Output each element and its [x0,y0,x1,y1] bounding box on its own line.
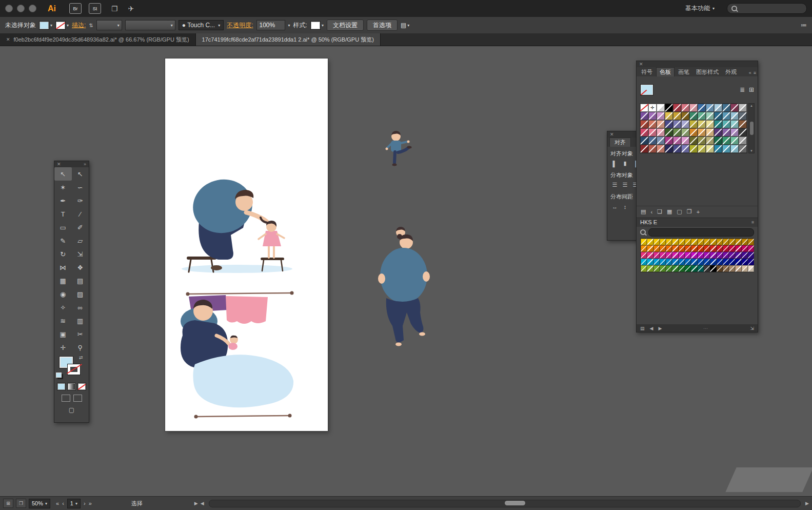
color-swatch[interactable] [653,245,660,252]
color-swatch[interactable] [698,104,706,112]
first-artboard-icon[interactable]: « [56,500,59,506]
screen-mode-button[interactable]: ▢ [54,406,89,414]
color-swatch[interactable] [647,259,653,265]
color-swatch[interactable] [648,136,657,145]
color-swatch[interactable] [730,112,739,120]
collapse-icon[interactable]: » [84,162,86,167]
scroll-down-icon[interactable]: ▼ [750,149,753,152]
color-swatch[interactable] [742,259,748,265]
gradient-tool[interactable]: ▨ [72,287,89,301]
stroke-swatch[interactable] [67,364,81,375]
rectangle-tool[interactable]: ▭ [54,221,72,234]
color-swatch[interactable] [640,112,648,120]
stroke-weight-link[interactable]: 描边: [72,21,86,30]
hks-library-header[interactable]: HKS E ≡ [637,218,758,227]
tab-symbols[interactable]: 符号 [638,68,656,76]
swatch-scrollbar[interactable]: ▲ ▼ [748,103,755,153]
color-swatch[interactable] [653,259,660,265]
none-button[interactable] [77,383,86,390]
color-swatch[interactable] [723,239,729,245]
color-swatch[interactable] [685,245,691,252]
drag-dots-icon[interactable]: ⋯ [667,326,745,331]
color-swatch[interactable] [685,252,691,259]
close-icon[interactable]: ✕ [610,132,614,137]
color-swatch[interactable] [730,104,739,112]
color-swatch[interactable] [679,259,685,265]
paintbrush-tool[interactable]: ✐ [72,221,89,234]
panel-menu-icon[interactable]: ≡ [754,70,756,75]
color-swatch[interactable] [648,120,657,128]
stroke-color-swatch[interactable] [55,21,66,30]
curvature-tool[interactable]: ✑ [72,194,89,207]
color-swatch[interactable] [681,120,689,128]
stroke-weight-stepper[interactable]: ⇅ [89,23,93,28]
color-swatch[interactable] [742,265,748,272]
grid-toggle-button[interactable]: ⊞ [3,499,13,508]
swatch-library-button[interactable]: ▢ [677,208,682,215]
tab-brushes[interactable]: 画笔 [675,68,692,76]
free-transform-tool[interactable]: ❖ [72,261,89,274]
color-swatch[interactable] [689,104,698,112]
color-swatch[interactable] [722,112,730,120]
width-tool[interactable]: ⋈ [54,261,72,274]
color-swatch[interactable] [730,128,739,136]
resize-icon[interactable]: ⇲ [750,326,754,331]
color-swatch[interactable] [685,265,691,272]
color-swatch[interactable] [660,245,666,252]
tab-appearance[interactable]: 外观 [722,68,740,76]
color-swatch[interactable] [704,259,710,265]
color-swatch[interactable] [722,145,730,153]
color-swatch[interactable] [640,145,648,153]
color-swatch[interactable] [714,112,722,120]
color-swatch[interactable] [685,239,691,245]
color-swatch[interactable] [739,145,747,153]
color-swatch[interactable] [706,104,714,112]
eyedropper-tool[interactable]: ✧ [54,301,72,314]
search-input[interactable] [727,3,807,14]
color-swatch[interactable] [665,120,673,128]
color-swatch[interactable] [735,259,741,265]
color-swatch[interactable] [666,245,672,252]
graphic-style-control[interactable]: ▾ [310,21,324,30]
color-swatch[interactable] [698,136,706,145]
color-swatch[interactable] [698,120,706,128]
bridge-icon[interactable]: Br [69,3,82,14]
color-swatch[interactable] [665,128,673,136]
color-swatch[interactable] [679,239,685,245]
color-swatch[interactable] [742,252,748,259]
color-swatch[interactable] [704,245,710,252]
direct-selection-tool[interactable]: ↖ [54,167,72,181]
close-icon[interactable]: ✕ [639,62,643,67]
color-swatch[interactable] [714,136,722,145]
gpu-performance-icon[interactable]: ✈ [128,5,134,13]
status-expand-icon[interactable]: ▶ [194,501,198,506]
scroll-up-icon[interactable]: ▲ [750,104,753,107]
color-swatch[interactable] [722,120,730,128]
color-swatch[interactable] [710,239,716,245]
artboard-tool[interactable]: ▣ [54,327,72,341]
eraser-tool[interactable]: ▱ [72,234,89,247]
color-swatch[interactable] [657,136,665,145]
doc-tab-inactive[interactable]: ✕ f0eb2bc6fd4f9e2049dc35d648936a82.ai* @… [0,33,196,46]
color-swatch[interactable] [648,128,657,136]
color-swatch[interactable] [748,239,754,245]
fill-color-swatch[interactable] [39,21,49,30]
boy-figure[interactable] [385,129,415,175]
color-swatch[interactable] [648,112,657,120]
control-panel-menu-icon[interactable]: ≔ [801,22,807,29]
color-swatch[interactable] [723,259,729,265]
lasso-tool[interactable]: ∽ [72,181,89,194]
variable-width-profile-dropdown[interactable]: ▾ [125,20,175,30]
stock-icon[interactable]: St [89,3,101,14]
color-swatch[interactable] [653,239,660,245]
tab-align[interactable]: 对齐 [609,138,631,147]
color-swatch[interactable] [647,245,653,252]
color-swatch[interactable] [679,252,685,259]
mother-figure[interactable] [377,225,431,348]
type-tool[interactable]: T [54,207,72,221]
color-swatch[interactable] [730,120,739,128]
color-swatch[interactable] [653,265,660,272]
color-swatch[interactable] [739,136,747,145]
color-swatch[interactable] [706,128,714,136]
color-swatch[interactable] [698,239,704,245]
